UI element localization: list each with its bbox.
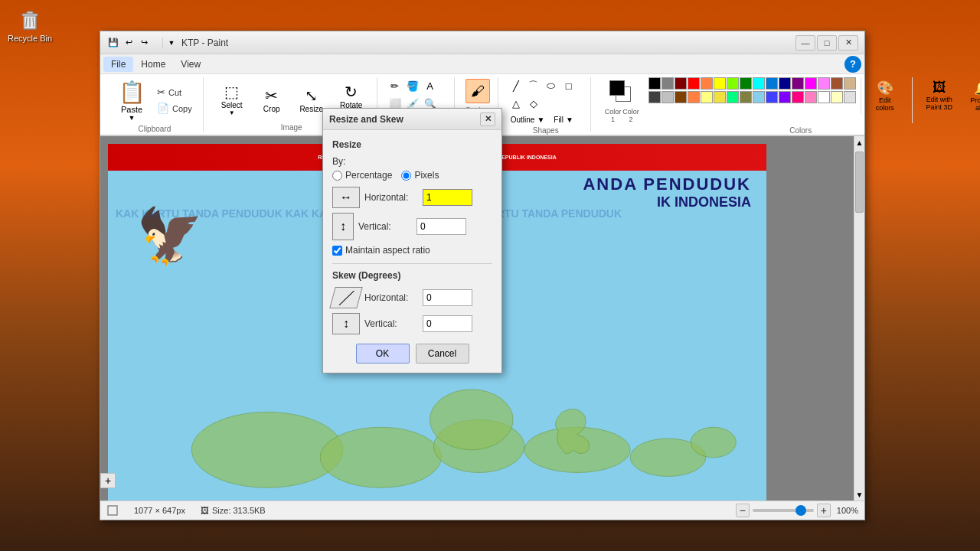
by-label: By: (332, 156, 492, 167)
ok-button[interactable]: OK (356, 344, 410, 364)
menu-home[interactable]: Home (133, 57, 173, 72)
outline-dropdown[interactable]: Outline ▼ (508, 115, 548, 125)
color-white[interactable] (818, 91, 830, 103)
brush-active[interactable]: 🖌 (466, 79, 490, 103)
cut-button[interactable]: ✂ Cut (152, 85, 197, 99)
color-orange[interactable] (701, 77, 713, 90)
color-dark1[interactable] (648, 91, 661, 103)
color-khaki[interactable] (701, 91, 713, 103)
cancel-button[interactable]: Cancel (416, 344, 469, 364)
customize-quick-btn[interactable]: ▼ (166, 36, 177, 50)
color-teal[interactable] (753, 77, 765, 90)
color-lime[interactable] (727, 77, 739, 90)
dialog-close-button[interactable]: ✕ (480, 112, 495, 126)
color-tan[interactable] (844, 77, 856, 90)
color-navy[interactable] (779, 77, 791, 90)
indonesia-map (154, 373, 759, 500)
color-blue2[interactable] (766, 91, 778, 103)
color-pink[interactable] (818, 77, 830, 90)
scrollbar-vertical[interactable]: ▲ ▼ (854, 136, 864, 500)
triangle-tool[interactable]: △ (508, 95, 524, 112)
scroll-down-btn[interactable]: ▼ (854, 488, 864, 500)
fill-dropdown[interactable]: Fill ▼ (550, 115, 577, 125)
color1-swatch[interactable] (609, 80, 625, 96)
color-darkred[interactable] (675, 77, 687, 90)
undo-quick-btn[interactable]: ↩ (122, 36, 136, 50)
crop-button[interactable]: ✂ Crop (253, 84, 291, 116)
color-maroon[interactable] (675, 91, 687, 103)
minimize-button[interactable]: — (795, 35, 815, 51)
svg-rect-2 (27, 11, 33, 14)
edit-paint3d-button[interactable]: 🖼 Edit with Paint 3D (920, 77, 959, 113)
zoom-out-button[interactable]: − (736, 504, 750, 517)
edit-colors-button[interactable]: 🎨 Edit colors (866, 77, 904, 114)
percentage-radio-label[interactable]: Percentage (332, 170, 392, 181)
text-tool[interactable]: A (422, 77, 439, 94)
svg-rect-13 (108, 506, 117, 515)
rect-tool[interactable]: □ (560, 77, 577, 94)
color-green2[interactable] (727, 91, 739, 103)
select-button[interactable]: ⬚ Select ▼ (213, 80, 251, 119)
help-button[interactable]: ? (844, 56, 861, 73)
window-controls: — □ ✕ (795, 35, 858, 51)
color-black[interactable] (648, 77, 661, 90)
color-gray1[interactable] (662, 77, 674, 90)
horizontal-resize-input[interactable] (423, 189, 472, 206)
color-green[interactable] (740, 77, 752, 90)
pencil-tool[interactable]: ✏ (387, 77, 403, 94)
redo-quick-btn[interactable]: ↪ (137, 36, 151, 50)
recycle-bin-icon[interactable]: Recycle Bin (8, 8, 52, 43)
color-magenta[interactable] (805, 77, 817, 90)
color-blue[interactable] (766, 77, 778, 90)
pixels-radio[interactable] (401, 171, 411, 181)
skew-vertical-input[interactable] (423, 315, 472, 332)
color-labels: Color 1 Color 2 (605, 108, 639, 123)
product-alert-button[interactable]: 🔔 Product alert (963, 77, 980, 114)
color-fuchsia[interactable] (792, 91, 804, 103)
zoom-slider[interactable] (753, 509, 814, 512)
color-silver[interactable] (662, 91, 674, 103)
pixels-radio-label[interactable]: Pixels (401, 170, 439, 181)
color-yellow[interactable] (714, 77, 726, 90)
zoom-thumb[interactable] (795, 505, 806, 516)
image-label: Image (281, 123, 302, 132)
percentage-radio[interactable] (332, 171, 342, 181)
zoom-controls: − + 100% (736, 504, 858, 517)
fill-tool[interactable]: 🪣 (404, 77, 421, 94)
clipboard-group: 📋 Paste ▼ ✂ Cut 📄 Copy (106, 77, 204, 132)
colors-group: Color 1 Color 2 (594, 77, 980, 132)
add-canvas-btn[interactable]: + (100, 473, 116, 488)
color-lavender[interactable] (805, 91, 817, 103)
color-violet[interactable] (779, 91, 791, 103)
color-purple[interactable] (792, 77, 804, 90)
curve-tool[interactable]: ⌒ (525, 77, 542, 94)
scroll-thumb[interactable] (855, 152, 864, 213)
separator (154, 37, 163, 48)
paste-button[interactable]: 📋 Paste ▼ (113, 77, 151, 123)
maintain-aspect-checkbox[interactable] (332, 246, 342, 256)
close-button[interactable]: ✕ (838, 35, 858, 51)
color-red[interactable] (688, 77, 700, 90)
color-yellow2[interactable] (714, 91, 726, 103)
skew-horizontal-icon: ╱ (329, 287, 363, 308)
zoom-in-button[interactable]: + (817, 504, 831, 517)
save-quick-btn[interactable]: 💾 (106, 36, 120, 50)
scroll-up-btn[interactable]: ▲ (854, 136, 864, 148)
skew-vertical-icon: ↕ (332, 313, 360, 334)
copy-button[interactable]: 📄 Copy (152, 101, 197, 116)
line-tool[interactable]: ╱ (508, 77, 524, 94)
vertical-resize-input[interactable] (416, 218, 466, 235)
color-salmon[interactable] (688, 91, 700, 103)
menu-view[interactable]: View (173, 57, 208, 72)
skew-horizontal-input[interactable] (423, 289, 472, 306)
color-cream[interactable] (831, 91, 843, 103)
color-light1[interactable] (844, 91, 856, 103)
oval-tool[interactable]: ⬭ (543, 77, 560, 94)
skew-horizontal-label: Horizontal: (364, 292, 418, 303)
color-brown[interactable] (831, 77, 843, 90)
menu-file[interactable]: File (103, 57, 133, 72)
color-sky[interactable] (753, 91, 765, 103)
maximize-button[interactable]: □ (817, 35, 837, 51)
color-olive[interactable] (740, 91, 752, 103)
diamond-tool[interactable]: ◇ (525, 95, 542, 112)
